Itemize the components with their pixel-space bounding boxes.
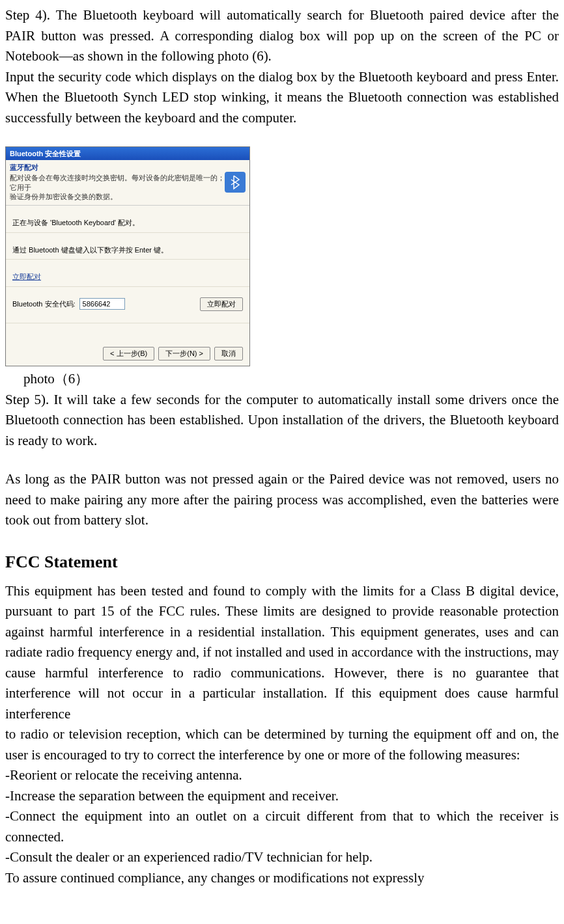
code-label: Bluetooth 安全代码: <box>12 299 76 310</box>
security-code-input[interactable] <box>79 298 125 310</box>
pairing-status-row: 正在与设备 'Bluetooth Keyboard' 配对。 <box>6 206 249 233</box>
photo-caption: photo（6） <box>23 369 559 390</box>
fcc-para1: This equipment has been tested and found… <box>5 581 559 725</box>
dialog-header-title: 蓝牙配对 <box>10 163 225 172</box>
fcc-para3: To assure continued compliance, any chan… <box>5 868 559 889</box>
bluetooth-icon <box>225 172 246 193</box>
pair-now-link-row: 立即配对 <box>6 260 249 287</box>
dialog-header-desc2: 验证身份并加密设备交换的数据。 <box>10 192 225 201</box>
dialog-header-desc1: 配对设备会在每次连接时均交换密钥。每对设备的此密钥是唯一的；它用于 <box>10 173 225 192</box>
fcc-heading: FCC Statement <box>5 549 559 575</box>
dialog-content: 正在与设备 'Bluetooth Keyboard' 配对。 通过 Blueto… <box>6 206 249 323</box>
security-code-row: Bluetooth 安全代码: 立即配对 <box>6 287 249 323</box>
fcc-measure1: -Reorient or relocate the receiving ante… <box>5 765 559 786</box>
fcc-para2: to radio or television reception, which … <box>5 724 559 765</box>
fcc-measure4: -Consult the dealer or an experienced ra… <box>5 847 559 868</box>
pair-button[interactable]: 立即配对 <box>200 297 243 311</box>
step5-para1: Step 5). It will take a few seconds for … <box>5 390 559 452</box>
bluetooth-security-dialog: Bluetooth 安全性设置 蓝牙配对 配对设备会在每次连接时均交换密钥。每对… <box>5 146 250 366</box>
instruction-row: 通过 Bluetooth 键盘键入以下数字并按 Enter 键。 <box>6 233 249 260</box>
back-button[interactable]: < 上一步(B) <box>103 347 154 360</box>
step4-para1: Step 4). The Bluetooth keyboard will aut… <box>5 5 559 67</box>
dialog-footer-buttons: < 上一步(B) 下一步(N) > 取消 <box>103 347 243 360</box>
dialog-header-text: 蓝牙配对 配对设备会在每次连接时均交换密钥。每对设备的此密钥是唯一的；它用于 验… <box>10 163 225 201</box>
fcc-measure3: -Connect the equipment into an outlet on… <box>5 806 559 847</box>
dialog-header: 蓝牙配对 配对设备会在每次连接时均交换密钥。每对设备的此密钥是唯一的；它用于 验… <box>6 160 249 206</box>
fcc-measure2: -Increase the separation between the equ… <box>5 786 559 807</box>
dialog-titlebar: Bluetooth 安全性设置 <box>6 147 249 160</box>
pair-now-link[interactable]: 立即配对 <box>12 273 41 280</box>
step5-para2: As long as the PAIR button was not press… <box>5 469 559 531</box>
cancel-button[interactable]: 取消 <box>214 347 243 360</box>
step4-para2: Input the security code which displays o… <box>5 67 559 129</box>
next-button[interactable]: 下一步(N) > <box>158 347 210 360</box>
